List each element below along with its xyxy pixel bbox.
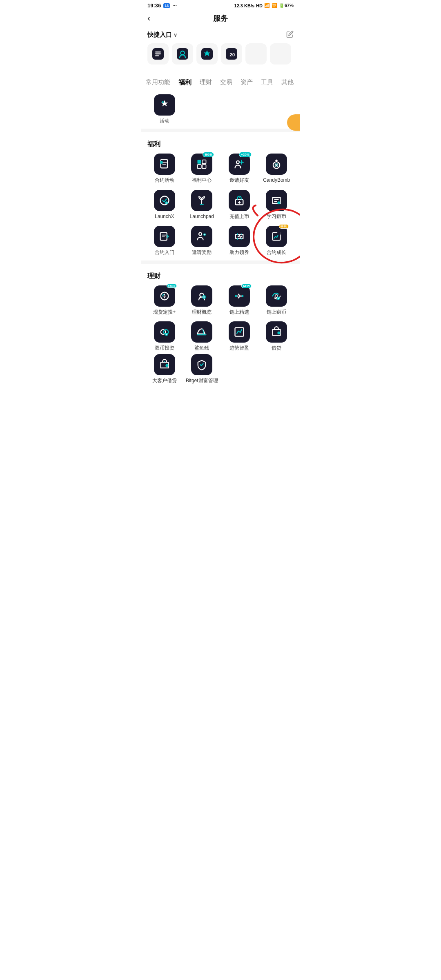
finance-overview-item[interactable]: 理财概览	[185, 285, 219, 315]
dual-invest-item[interactable]: 双币投资	[147, 321, 182, 351]
svg-text:20: 20	[229, 52, 235, 57]
tab-welfare[interactable]: 福利	[177, 78, 193, 88]
status-dots: ···	[172, 2, 177, 9]
finance-section: 理财 0 fees 现货定投+	[141, 269, 300, 384]
svg-rect-8	[160, 160, 167, 168]
chevron-down-icon[interactable]: ∨	[174, 32, 177, 38]
float-button[interactable]	[287, 114, 300, 131]
vip-loan-label: 大客户借贷	[152, 378, 177, 383]
svg-rect-22	[160, 233, 167, 241]
vip-loan-item[interactable]: 大客户借贷	[147, 354, 182, 383]
page-title: 服务	[213, 13, 228, 23]
svg-point-32	[242, 295, 244, 297]
quick-access-title: 快捷入口 ∨	[147, 31, 294, 39]
welfare-section-title: 福利	[147, 140, 294, 149]
svg-point-39	[278, 332, 281, 334]
svg-rect-13	[202, 165, 206, 169]
svg-rect-12	[198, 165, 201, 169]
chain-select-item[interactable]: NEW 链上精选	[222, 285, 256, 315]
welfare-center-label: 福利中心	[192, 177, 212, 183]
tab-common[interactable]: 常用功能	[144, 78, 172, 88]
bitget-wealth-item[interactable]: Bitget财富管理	[185, 354, 219, 383]
quick-icon-3[interactable]	[196, 43, 218, 65]
activity-label: 活动	[160, 118, 169, 124]
bgb-badge: BGB	[203, 152, 214, 157]
quick-access-label: 快捷入口	[147, 31, 172, 39]
launchx-label: LaunchX	[155, 214, 174, 219]
recharge-item[interactable]: 充值上币	[222, 190, 256, 219]
svg-rect-11	[202, 160, 206, 164]
trend-smart-item[interactable]: 趋势智盈	[222, 321, 256, 351]
invite-reward-label: 邀请奖励	[192, 249, 212, 255]
status-badge: 13	[163, 3, 170, 8]
contract-intro-item[interactable]: 合约入门	[147, 226, 182, 255]
quick-icon-2[interactable]	[172, 43, 193, 65]
spot-invest-label: 现货定投+	[153, 309, 176, 315]
tab-tools[interactable]: 工具	[259, 78, 275, 88]
tab-other[interactable]: 其他	[280, 78, 295, 88]
bitget-wealth-label: Bitget财富管理	[186, 378, 218, 383]
contract-activity-item[interactable]: 合约活动	[147, 154, 182, 183]
welfare-grid: 合约活动 BGB 福利中心	[147, 154, 294, 255]
finance-section-title: 理财	[147, 272, 294, 281]
signal-icon: 📶	[264, 3, 270, 8]
svg-point-31	[235, 295, 237, 297]
quick-icon-1[interactable]	[147, 43, 169, 65]
svg-point-26	[277, 232, 281, 236]
chain-earn-label: 链上赚币	[267, 309, 286, 315]
contract-growth-label: 合约成长	[267, 249, 286, 255]
coupon-item[interactable]: 助力领券	[222, 226, 256, 255]
back-button[interactable]: ‹	[147, 13, 150, 24]
welfare-center-item[interactable]: BGB 福利中心	[185, 154, 219, 183]
launchpad-item[interactable]: Launchpad	[185, 190, 219, 219]
trend-smart-label: 趋势智盈	[229, 345, 249, 351]
quick-access-section: 快捷入口 ∨	[141, 27, 300, 66]
new-badge: NEW	[241, 284, 251, 288]
chain-select-label: 链上精选	[229, 309, 249, 315]
svg-point-23	[199, 233, 202, 236]
launchpad-label: Launchpad	[190, 214, 214, 219]
status-time: 19:36	[147, 2, 161, 9]
tab-assets[interactable]: 资产	[239, 78, 254, 88]
invite-reward-item[interactable]: 邀请奖励	[185, 226, 219, 255]
invite-friends-label: 邀请好友	[229, 177, 249, 183]
svg-rect-9	[160, 161, 163, 164]
svg-point-14	[236, 161, 239, 164]
divider-2	[141, 261, 300, 264]
svg-point-40	[165, 364, 168, 367]
wifi-icon: 🛜	[272, 3, 277, 8]
edit-icon[interactable]	[286, 31, 294, 39]
quick-icon-empty-1[interactable]	[245, 43, 267, 65]
contract-activity-label: 合约活动	[155, 177, 174, 183]
svg-point-33	[275, 294, 278, 297]
quick-icon-4[interactable]: 20	[221, 43, 242, 65]
divider-1	[141, 129, 300, 132]
hd-badge: HD	[256, 3, 263, 8]
dual-invest-label: 双币投资	[155, 345, 174, 351]
status-right: 12.3 KB/s HD 📶 🛜 🔋67%	[234, 3, 294, 8]
tab-trade[interactable]: 交易	[218, 78, 234, 88]
activity-section: 活动	[141, 91, 300, 124]
battery-icon: 🔋67%	[279, 3, 294, 8]
chain-earn-item[interactable]: 链上赚币	[260, 285, 294, 315]
contract-growth-item[interactable]: 888U 合约成长	[260, 226, 294, 255]
launchx-item[interactable]: LaunchX	[147, 190, 182, 219]
coupon-label: 助力领券	[229, 249, 249, 255]
loan-item[interactable]: 借贷	[260, 321, 294, 351]
invite-friends-item[interactable]: +25% 邀请好友	[222, 154, 256, 183]
candy-bomb-item[interactable]: CandyBomb	[260, 154, 294, 183]
svg-rect-10	[198, 160, 201, 164]
spot-invest-item[interactable]: 0 fees 现货定投+	[147, 285, 182, 315]
shark-fin-item[interactable]: 鲨鱼鳍	[185, 321, 219, 351]
quick-icon-empty-2[interactable]	[270, 43, 291, 65]
learn-earn-item[interactable]: 学习赚币	[260, 190, 294, 219]
candy-bomb-label: CandyBomb	[263, 177, 290, 183]
learn-earn-label: 学习赚币	[267, 214, 286, 219]
svg-rect-7	[162, 101, 164, 103]
activity-item[interactable]: 活动	[147, 94, 182, 124]
growth-badge: 888U	[279, 224, 289, 229]
tab-finance[interactable]: 理财	[198, 78, 214, 88]
fees-badge: 0 fees	[167, 284, 177, 288]
invite-badge: +25%	[239, 152, 252, 157]
network-speed: 12.3 KB/s	[234, 3, 255, 8]
